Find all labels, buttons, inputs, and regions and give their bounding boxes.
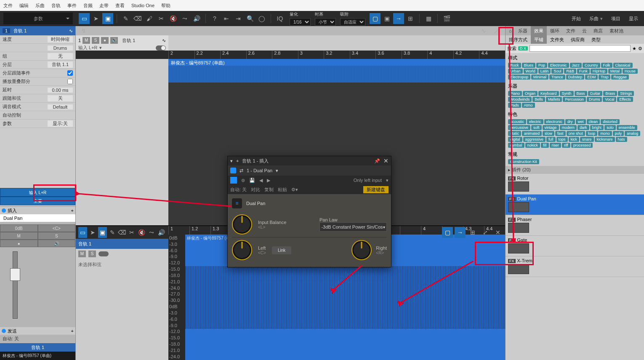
monitor-button[interactable]: 🔊 [110,37,118,44]
snap-mode-3[interactable]: → [393,13,404,24]
tag[interactable]: clean [587,119,600,124]
bend-tool[interactable]: ⤳ [179,13,190,24]
menu-audio[interactable]: 音频 [83,3,93,9]
snap-mode-1[interactable]: ▢ [370,13,381,24]
tab-cloud[interactable]: 云 [579,26,590,35]
zoom-tool[interactable]: 🔍 [245,13,255,24]
bend-tool[interactable]: ⤳ [147,227,156,238]
tag[interactable]: Country [583,63,600,68]
tag[interactable]: Soul [551,69,563,74]
tag[interactable]: dark [577,125,589,130]
tag[interactable]: Minimal [531,75,548,80]
inspector-row[interactable]: 延时0.00 ms [0,86,75,94]
pointer-tool[interactable]: ➤ [90,13,101,24]
menu-song[interactable]: 乐曲 [35,3,45,9]
tag[interactable]: dry [565,119,575,124]
draw-tool[interactable]: ✎ [108,227,117,238]
power-icon[interactable] [2,208,6,213]
tag[interactable]: Metal [608,69,622,74]
sidechain-icon[interactable]: ⊚ [241,178,245,183]
tag[interactable]: Reggae [611,75,629,80]
home-icon[interactable]: ⌂ [506,26,515,35]
link-start[interactable]: 开始 [572,16,581,22]
tag[interactable]: hats [616,137,627,142]
snap-mode-3[interactable]: ⊞ [467,227,478,238]
tag[interactable]: Funk [577,69,590,74]
checkbox[interactable] [67,79,73,84]
pin-icon[interactable]: 📌 [374,158,380,164]
tab-pool[interactable]: 素材池 [606,26,627,35]
tag[interactable]: poly [613,131,624,136]
output-routing[interactable]: 主要 [0,197,75,205]
sub-type[interactable]: 类型 [588,35,604,44]
tag[interactable]: wet [576,119,586,124]
paste-button[interactable]: 粘贴 [278,187,287,193]
tag[interactable]: one shot [567,131,585,136]
toggle-switch[interactable] [98,251,109,256]
inspector-row[interactable]: 播放重叠部分 [0,77,75,86]
tag[interactable]: animated [522,131,542,136]
menu-transport[interactable]: 走带 [99,3,109,9]
tag[interactable]: solo [604,125,616,130]
mute-button[interactable]: M [82,37,90,44]
expand-icon[interactable]: ⤢ [480,227,491,238]
tag[interactable]: Effects [617,97,633,102]
link-show[interactable]: 显示 [629,16,638,22]
tag[interactable]: Atmo [522,103,535,108]
tag[interactable]: slow [543,131,554,136]
tag[interactable]: distorted [601,119,620,124]
add-icon[interactable]: + [236,158,239,163]
quantize-select[interactable]: 1/16 [290,18,311,26]
tag[interactable]: Trap [599,75,610,80]
tag[interactable]: loop [586,131,597,136]
tag[interactable]: electric [527,119,543,124]
tag[interactable]: riser [550,143,562,148]
snap-start[interactable]: ⇤ [221,13,232,24]
draw-tool[interactable]: ✎ [120,13,131,24]
track-header[interactable]: 1 M S ● 🔊 音轨 1 ∿ 输入 L+R ▾ [76,35,168,51]
info-tool[interactable]: ? [209,13,220,24]
automation-mode[interactable]: 自动: 关 [3,336,19,342]
tag[interactable]: Pop [536,63,547,68]
gear-icon[interactable]: ⚙ [638,46,642,51]
tag[interactable]: Strings [618,91,634,96]
iq-button[interactable]: IQ [274,13,285,24]
grid-btn[interactable]: ▦ [423,13,434,24]
tag[interactable]: Jazz [570,63,582,68]
inspector-row[interactable]: 分层音轨 1.1 [0,61,75,69]
left-pan-knob[interactable] [232,240,252,260]
record-arm[interactable]: ● [0,240,38,247]
automation-icon[interactable]: ↯ [78,25,89,36]
tag[interactable]: Mallets [546,97,562,102]
tag[interactable]: kick [569,137,580,142]
monitor-button[interactable]: 🔊 [38,240,76,247]
menu-track[interactable]: 音轨 [51,3,61,9]
tag[interactable]: Guitar [588,91,603,96]
toggle-switch[interactable] [156,45,166,51]
tab-shop[interactable]: 商店 [590,26,606,35]
tag[interactable]: Classical [613,63,633,68]
tab-loops[interactable]: 循环 [547,26,563,35]
tag[interactable]: Bass [575,91,587,96]
gear-icon[interactable]: ⚙▾ [291,187,298,192]
mute-button[interactable]: M [0,232,38,240]
eraser-tool[interactable]: ⌫ [132,13,143,24]
preset-select[interactable]: 1 - Dual Pan [247,168,272,173]
editor-track-name[interactable]: 音轨 1 [78,241,91,247]
power-icon[interactable] [2,329,6,333]
sends-header[interactable]: 发送 + [0,327,75,335]
snap-select[interactable]: 自适应 [340,18,365,26]
tag[interactable]: R&B [564,69,576,74]
sub-flat[interactable]: 平铺 [531,35,547,44]
parameter-display[interactable]: 参数 [3,13,73,24]
copy-button[interactable]: 复制 [264,187,274,193]
sub-vendor[interactable]: 供应商 [567,35,588,44]
inserts-header[interactable]: 插入 + [0,207,75,214]
tag[interactable]: kicksnare [595,137,615,142]
audio-clip[interactable]: 林俊杰 - 编号89757 (单曲) [168,59,505,83]
inspector-row[interactable]: 参数显示:关 [0,120,75,128]
power-icon[interactable] [230,168,236,173]
arrow-tool[interactable]: ▭ [79,13,90,24]
solo-button[interactable]: S [92,37,99,44]
listen-tool[interactable]: 🔊 [157,227,166,238]
